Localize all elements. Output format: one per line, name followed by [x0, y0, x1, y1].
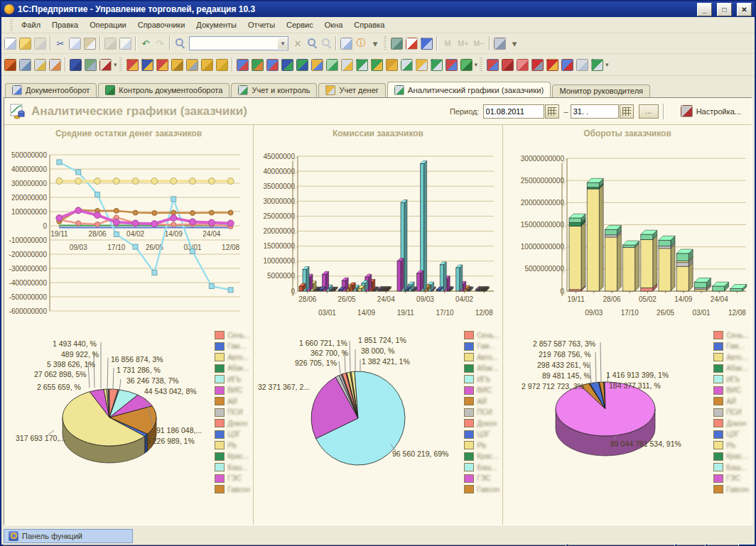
toolbar-drag-handle[interactable] [480, 58, 482, 72]
coins-icon[interactable] [216, 59, 228, 71]
summary-customer-icon[interactable] [487, 59, 499, 71]
calendar-picker-icon[interactable] [545, 104, 559, 119]
tab-5[interactable]: Аналитический графики (заказчики) [387, 82, 551, 97]
menu-service[interactable]: Сервис [281, 19, 319, 31]
copy-icon[interactable] [69, 38, 81, 50]
menu-reports[interactable]: Отчеты [242, 19, 281, 31]
bar-chart-canvas[interactable]: 0500000000010000000000150000000002000000… [503, 139, 752, 324]
approved-document-icon[interactable] [401, 59, 413, 71]
coins-document-icon[interactable] [416, 59, 428, 71]
sum-journal-icon[interactable] [576, 59, 588, 71]
export-data-icon[interactable] [296, 59, 308, 71]
menu-drag-handle[interactable] [10, 19, 13, 31]
tab-3[interactable]: Учет и контроль [231, 83, 317, 97]
sum-check-icon-dropdown[interactable]: ▾ [605, 61, 609, 68]
about-menu-icon[interactable]: ▾ [369, 37, 382, 50]
buyer-invoice-icon[interactable] [266, 59, 279, 71]
sales-report-icon[interactable] [34, 59, 46, 71]
save-document-icon[interactable] [34, 38, 46, 50]
find-next-icon[interactable] [306, 37, 318, 50]
incoming-payment-icon[interactable] [341, 59, 353, 71]
menu-windows[interactable]: Окна [319, 19, 349, 31]
green-card-icon[interactable] [460, 59, 472, 71]
undo-icon[interactable]: ↶ [139, 37, 152, 50]
documents-journal-icon[interactable] [326, 59, 338, 71]
print-preview-icon[interactable] [119, 38, 131, 50]
toolbar-drag-handle[interactable] [119, 58, 122, 72]
sum-check-icon[interactable] [591, 59, 603, 71]
price-calculation-icon[interactable] [99, 59, 112, 71]
tab-6[interactable]: Монитор руководителя [552, 84, 650, 97]
summary-customer-2-icon[interactable] [502, 59, 514, 71]
menu-operations[interactable]: Операции [84, 19, 131, 31]
cash-register-icon[interactable] [19, 59, 31, 71]
quick-search-combo[interactable]: ▾ [189, 36, 288, 50]
bar-chart-turnover[interactable]: Обороты заказчиков 050000000001000000000… [503, 125, 752, 322]
import-data-icon[interactable] [281, 59, 293, 71]
manager-document-icon[interactable] [446, 59, 458, 71]
tab-2[interactable]: Контроль документооборота [98, 83, 230, 97]
window-list-icon[interactable] [340, 38, 352, 50]
outgoing-payment-icon[interactable] [356, 59, 368, 71]
memory-add-icon[interactable]: M+ [456, 37, 470, 50]
new-document-icon[interactable] [4, 38, 16, 50]
cut-icon[interactable]: ✂ [54, 37, 67, 50]
customer-debt-icon[interactable] [126, 59, 139, 71]
function-panel-tab[interactable]: Панель функций [4, 529, 133, 543]
service-settings-icon[interactable] [494, 38, 506, 50]
menu-directories[interactable]: Справочники [132, 19, 191, 31]
sum-cube-2-icon[interactable] [546, 59, 558, 71]
buyer-order-icon[interactable] [237, 59, 249, 71]
temporary-lock-icon[interactable] [421, 38, 433, 50]
about-icon[interactable]: ⓘ [355, 37, 367, 50]
sum-cube-icon[interactable] [531, 59, 544, 71]
memory-subtract-icon[interactable]: M− [472, 37, 486, 50]
bar-chart-commissions[interactable]: Комиссии заказчиков 05000000100000001500… [254, 125, 502, 322]
toolbar-drag-handle[interactable] [384, 36, 387, 50]
menu-edit[interactable]: Правка [46, 19, 84, 31]
pie-chart-balances-structure[interactable]: 1 493 440, % 489 922, % 5 398 626, 1% 27… [4, 322, 253, 525]
customer-payments-icon[interactable] [171, 59, 183, 71]
add-coins-icon[interactable] [371, 59, 383, 71]
counterparties-icon[interactable] [70, 59, 82, 71]
summary-customer-3-icon[interactable] [517, 59, 529, 71]
tab-1[interactable]: Документооборот [5, 83, 97, 97]
paste-icon[interactable] [84, 38, 96, 50]
toolbar-options-icon[interactable]: ▾ [508, 37, 521, 50]
line-chart-svg[interactable]: -600000000-500000000-400000000-300000000… [4, 139, 252, 322]
green-card-icon-dropdown[interactable]: ▾ [475, 61, 478, 68]
bar3d-grouped-chart-svg[interactable]: 0500000010000000150000002000000025000000… [254, 139, 501, 322]
menu-documents[interactable]: Документы [190, 19, 242, 31]
calendar-picker-icon[interactable] [620, 104, 634, 119]
payment-box-icon[interactable] [85, 59, 97, 71]
price-calculation-icon-dropdown[interactable]: ▾ [114, 61, 117, 68]
pie-chart-commissions-structure[interactable]: 1 660 721, 1% 1 851 724, 1% 362 700, % 3… [254, 322, 502, 525]
customer-sales-icon[interactable] [156, 59, 168, 71]
maximize-button[interactable]: □ [717, 3, 732, 16]
memory-recall-icon[interactable]: M [441, 37, 455, 50]
calculator-icon[interactable] [391, 38, 403, 50]
bar-chart-canvas[interactable]: 0500000010000000150000002000000025000000… [254, 139, 502, 324]
calendar-icon[interactable] [406, 38, 418, 50]
cash-balances-icon[interactable] [201, 59, 213, 71]
remove-coins-icon[interactable] [386, 59, 398, 71]
money-exchange-icon[interactable] [311, 59, 323, 71]
percent-document-icon[interactable] [431, 59, 443, 71]
bar3d-stacked-chart-svg[interactable]: 0500000000010000000000150000000002000000… [503, 139, 750, 322]
minimize-button[interactable]: _ [697, 3, 712, 16]
period-to-input[interactable] [571, 104, 619, 119]
period-from-input[interactable] [483, 104, 544, 119]
menu-help[interactable]: Справка [348, 19, 390, 31]
settings-button[interactable]: Настройка... [676, 104, 746, 119]
company-funds-icon[interactable] [186, 59, 198, 71]
line-chart-average-balances[interactable]: Средние остатки денег заказчиков -600000… [4, 125, 253, 322]
combo-dropdown-icon[interactable]: ▾ [278, 38, 288, 49]
line-chart-canvas[interactable]: -600000000-500000000-400000000-300000000… [4, 139, 253, 324]
documents-cabinet-icon[interactable] [4, 59, 16, 71]
data-export-icon[interactable] [252, 59, 264, 71]
clear-find-icon[interactable]: ✕ [291, 37, 304, 50]
pie-chart-turnover-structure[interactable]: 2 857 587 763, 3% 219 768 756, % 298 433… [503, 322, 752, 525]
open-document-icon[interactable] [19, 38, 31, 50]
find-icon[interactable] [173, 37, 186, 50]
returns-report-icon[interactable] [49, 59, 61, 71]
